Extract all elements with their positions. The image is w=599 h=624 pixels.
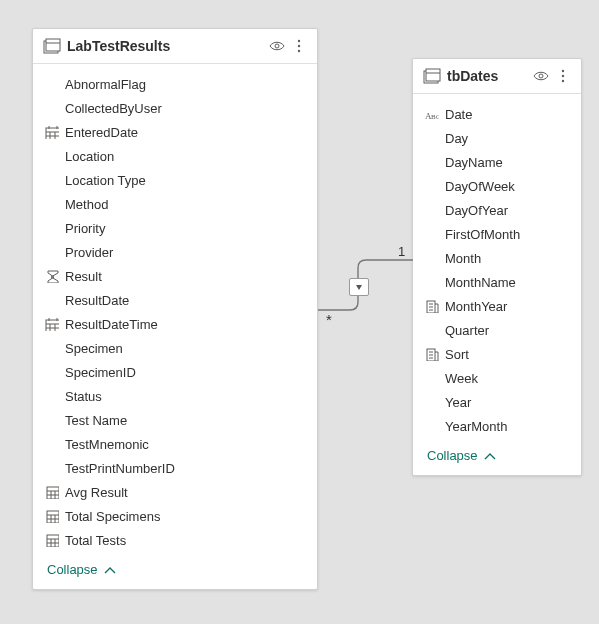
field-label: Method xyxy=(65,197,108,212)
table-icon xyxy=(43,37,61,55)
field-row[interactable]: DayOfYear xyxy=(417,198,577,222)
field-row[interactable]: Method xyxy=(37,192,313,216)
blank-icon xyxy=(43,76,61,92)
cardinality-many: * xyxy=(326,311,332,328)
field-row[interactable]: Avg Result xyxy=(37,480,313,504)
blank-icon xyxy=(43,148,61,164)
field-row[interactable]: TestPrintNumberID xyxy=(37,456,313,480)
table-icon xyxy=(423,67,441,85)
more-options-icon[interactable] xyxy=(555,68,571,84)
sigma-icon xyxy=(43,268,61,284)
field-label: Result xyxy=(65,269,102,284)
text-icon xyxy=(423,106,441,122)
blank-icon xyxy=(43,388,61,404)
field-row[interactable]: SpecimenID xyxy=(37,360,313,384)
field-label: MonthYear xyxy=(445,299,507,314)
field-label: Priority xyxy=(65,221,105,236)
field-list: AbnormalFlagCollectedByUserEnteredDateLo… xyxy=(33,64,317,554)
field-row[interactable]: TestMnemonic xyxy=(37,432,313,456)
field-label: TestMnemonic xyxy=(65,437,149,452)
blank-icon xyxy=(43,220,61,236)
blank-icon xyxy=(43,172,61,188)
field-label: Location Type xyxy=(65,173,146,188)
field-row[interactable]: YearMonth xyxy=(417,414,577,438)
field-label: Date xyxy=(445,107,472,122)
field-label: DayName xyxy=(445,155,503,170)
blank-icon xyxy=(423,154,441,170)
field-row[interactable]: Total Tests xyxy=(37,528,313,552)
field-row[interactable]: FirstOfMonth xyxy=(417,222,577,246)
field-label: EnteredDate xyxy=(65,125,138,140)
hierarchy-icon xyxy=(423,346,441,362)
field-row[interactable]: Month xyxy=(417,246,577,270)
field-row[interactable]: Location Type xyxy=(37,168,313,192)
field-label: Month xyxy=(445,251,481,266)
collapse-button[interactable]: Collapse xyxy=(413,440,581,475)
blank-icon xyxy=(423,418,441,434)
field-row[interactable]: Day xyxy=(417,126,577,150)
field-label: Avg Result xyxy=(65,485,128,500)
blank-icon xyxy=(423,202,441,218)
blank-icon xyxy=(43,292,61,308)
field-row[interactable]: Week xyxy=(417,366,577,390)
field-label: DayOfYear xyxy=(445,203,508,218)
blank-icon xyxy=(423,226,441,242)
field-row[interactable]: Provider xyxy=(37,240,313,264)
field-row[interactable]: EnteredDate xyxy=(37,120,313,144)
field-row[interactable]: Total Specimens xyxy=(37,504,313,528)
field-row[interactable]: Result xyxy=(37,264,313,288)
field-list: DateDayDayNameDayOfWeekDayOfYearFirstOfM… xyxy=(413,94,581,440)
field-row[interactable]: MonthYear xyxy=(417,294,577,318)
filter-direction-icon[interactable] xyxy=(349,278,369,296)
field-row[interactable]: Status xyxy=(37,384,313,408)
field-row[interactable]: ResultDate xyxy=(37,288,313,312)
blank-icon xyxy=(423,130,441,146)
blank-icon xyxy=(43,436,61,452)
field-label: Provider xyxy=(65,245,113,260)
field-label: Quarter xyxy=(445,323,489,338)
blank-icon xyxy=(423,322,441,338)
table-title: LabTestResults xyxy=(67,38,269,54)
table-card-labtestresults[interactable]: LabTestResults AbnormalFlagCollectedByUs… xyxy=(32,28,318,590)
visibility-icon[interactable] xyxy=(269,38,285,54)
field-row[interactable]: Date xyxy=(417,102,577,126)
field-row[interactable]: ResultDateTime xyxy=(37,312,313,336)
date-icon xyxy=(43,316,61,332)
blank-icon xyxy=(43,244,61,260)
field-row[interactable]: Quarter xyxy=(417,318,577,342)
collapse-button[interactable]: Collapse xyxy=(33,554,317,589)
field-label: ResultDateTime xyxy=(65,317,158,332)
more-options-icon[interactable] xyxy=(291,38,307,54)
hierarchy-icon xyxy=(423,298,441,314)
field-row[interactable]: MonthName xyxy=(417,270,577,294)
field-row[interactable]: AbnormalFlag xyxy=(37,72,313,96)
field-label: Total Tests xyxy=(65,533,126,548)
field-row[interactable]: Year xyxy=(417,390,577,414)
collapse-label: Collapse xyxy=(427,448,478,463)
table-title: tbDates xyxy=(447,68,533,84)
field-row[interactable]: Sort xyxy=(417,342,577,366)
field-row[interactable]: Specimen xyxy=(37,336,313,360)
field-label: DayOfWeek xyxy=(445,179,515,194)
field-row[interactable]: Priority xyxy=(37,216,313,240)
measure-icon xyxy=(43,484,61,500)
blank-icon xyxy=(43,196,61,212)
table-card-tbdates[interactable]: tbDates DateDayDayNameDayOfWeekDayOfYear… xyxy=(412,58,582,476)
blank-icon xyxy=(43,460,61,476)
field-label: Week xyxy=(445,371,478,386)
chevron-up-icon xyxy=(482,449,496,463)
table-header: LabTestResults xyxy=(33,29,317,64)
field-row[interactable]: Test Name xyxy=(37,408,313,432)
field-label: Specimen xyxy=(65,341,123,356)
field-row[interactable]: CollectedByUser xyxy=(37,96,313,120)
field-row[interactable]: Location xyxy=(37,144,313,168)
field-label: Test Name xyxy=(65,413,127,428)
blank-icon xyxy=(423,250,441,266)
field-row[interactable]: DayName xyxy=(417,150,577,174)
field-label: FirstOfMonth xyxy=(445,227,520,242)
blank-icon xyxy=(43,340,61,356)
table-header: tbDates xyxy=(413,59,581,94)
visibility-icon[interactable] xyxy=(533,68,549,84)
field-row[interactable]: DayOfWeek xyxy=(417,174,577,198)
field-label: Day xyxy=(445,131,468,146)
